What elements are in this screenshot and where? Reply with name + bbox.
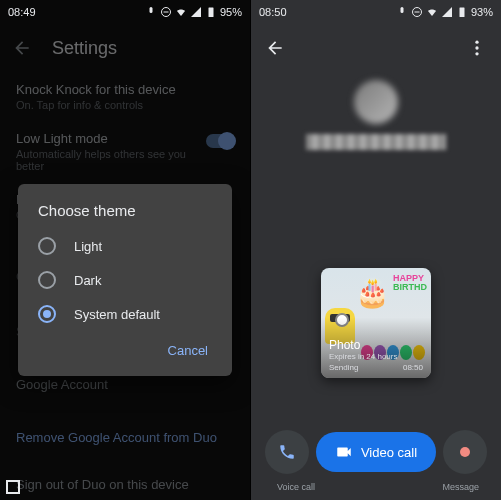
svg-rect-1 (208, 8, 213, 18)
svg-point-6 (475, 52, 478, 55)
radio-label: System default (74, 307, 160, 322)
settings-screen: 08:49 95% Settings Knock Knock for this … (0, 0, 250, 500)
video-call-button[interactable]: Video call (316, 432, 436, 472)
mic-off-icon (396, 6, 408, 18)
theme-dialog: Choose theme Light Dark System default C… (18, 184, 232, 376)
dnd-icon (411, 6, 423, 18)
theme-option-system[interactable]: System default (18, 297, 232, 331)
signal-icon (441, 6, 453, 18)
svg-point-4 (475, 41, 478, 44)
card-time: 08:50 (403, 363, 423, 372)
wifi-icon (175, 6, 187, 18)
contact-name (306, 134, 446, 150)
status-time: 08:49 (8, 6, 36, 18)
voice-call-label: Voice call (277, 482, 315, 492)
photo-card[interactable]: 🎂 HAPPY BIRTHD Photo Expires in 24 hours… (321, 268, 431, 378)
back-arrow-icon[interactable] (265, 38, 285, 58)
message-label: Message (442, 482, 479, 492)
radio-label: Dark (74, 273, 101, 288)
video-icon (335, 443, 353, 461)
svg-point-5 (475, 46, 478, 49)
status-icons: 93% (396, 6, 493, 18)
radio-icon (38, 271, 56, 289)
more-vert-icon[interactable] (467, 38, 487, 58)
theme-option-dark[interactable]: Dark (18, 263, 232, 297)
contact-header (251, 24, 501, 72)
card-overlay: Photo Expires in 24 hours Sending 08:50 (321, 268, 431, 378)
card-title: Photo (329, 338, 423, 352)
wifi-icon (426, 6, 438, 18)
status-battery: 95% (220, 6, 242, 18)
battery-icon (456, 6, 468, 18)
contact-screen: 08:50 93% 🎂 HAPPY BIRTHD Photo Expires i… (251, 0, 501, 500)
call-actions: Video call (251, 430, 501, 474)
status-bar: 08:50 93% (251, 0, 501, 24)
status-time: 08:50 (259, 6, 287, 18)
avatar (354, 80, 398, 124)
status-icons: 95% (145, 6, 242, 18)
dnd-icon (160, 6, 172, 18)
contact-avatar-area (251, 80, 501, 150)
card-status: Sending (329, 363, 358, 372)
message-button[interactable] (443, 430, 487, 474)
cancel-button[interactable]: Cancel (160, 337, 216, 364)
video-call-label: Video call (361, 445, 417, 460)
record-icon (460, 447, 470, 457)
voice-call-button[interactable] (265, 430, 309, 474)
radio-icon (38, 237, 56, 255)
status-battery: 93% (471, 6, 493, 18)
dialog-title: Choose theme (18, 202, 232, 229)
mic-off-icon (145, 6, 157, 18)
status-bar: 08:49 95% (0, 0, 250, 24)
svg-rect-3 (459, 8, 464, 18)
radio-label: Light (74, 239, 102, 254)
battery-icon (205, 6, 217, 18)
nav-recent-icon[interactable] (6, 480, 20, 494)
radio-icon (38, 305, 56, 323)
theme-option-light[interactable]: Light (18, 229, 232, 263)
card-subtitle: Expires in 24 hours (329, 352, 423, 361)
phone-icon (278, 443, 296, 461)
signal-icon (190, 6, 202, 18)
